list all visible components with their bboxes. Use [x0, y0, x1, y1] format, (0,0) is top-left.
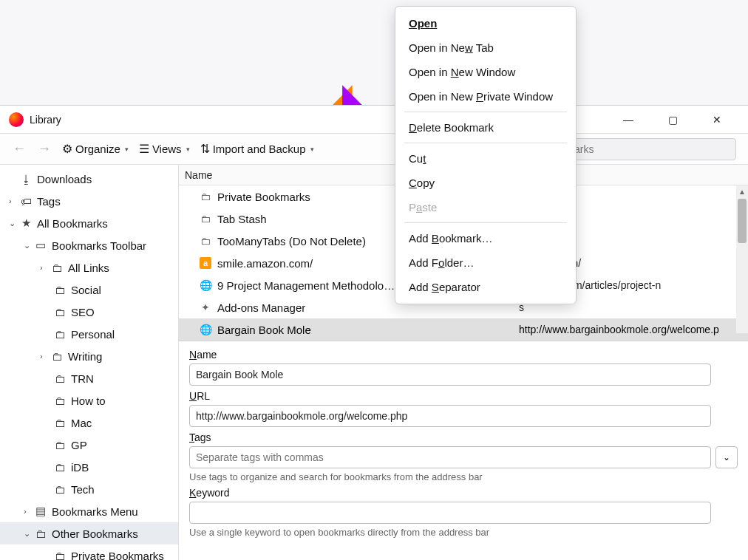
- sidebar-item-bookmarks-toolbar[interactable]: ⌄▭ Bookmarks Toolbar: [0, 234, 178, 256]
- cm-paste: Paste: [395, 195, 576, 219]
- maximize-button[interactable]: ▢: [658, 109, 687, 131]
- cm-open-private-window[interactable]: Open in New Private Window: [395, 84, 576, 109]
- sidebar-item-trn[interactable]: 🗀TRN: [0, 367, 178, 389]
- chevron-down-icon: ▾: [310, 146, 314, 153]
- sidebar-item-tech[interactable]: 🗀Tech: [0, 478, 178, 500]
- folder-icon: 🗀: [53, 372, 67, 385]
- sidebar-item-downloads[interactable]: ⭳ Downloads: [0, 168, 178, 190]
- main-area: ⭳ Downloads ›🏷 Tags ⌄★ All Bookmarks ⌄▭ …: [0, 165, 748, 560]
- window-controls: — ▢ ✕: [613, 109, 739, 131]
- sidebar-item-all-links[interactable]: ›🗀 All Links: [0, 256, 178, 279]
- folder-icon: 🗀: [53, 439, 67, 451]
- library-window: Library — ▢ ✕ ← → ⚙ Organize ▾ ☰ Views ▾…: [0, 105, 748, 560]
- separator: [404, 222, 567, 223]
- sidebar-item-howto[interactable]: 🗀How to: [0, 389, 178, 412]
- expander-icon[interactable]: ›: [40, 263, 50, 272]
- context-menu: Open Open in New Tab Open in New Window …: [395, 6, 577, 304]
- organize-menu[interactable]: ⚙ Organize ▾: [62, 142, 129, 156]
- folder-icon: 🗀: [53, 483, 67, 496]
- download-icon: ⭳: [19, 173, 33, 185]
- list-item-selected[interactable]: 🌐Bargain Book Mole http://www.bargainboo…: [179, 318, 748, 341]
- keyword-label: Keyword: [189, 487, 738, 499]
- toolbar-icon: ▭: [34, 239, 47, 252]
- chevron-down-icon: ⌄: [723, 452, 730, 462]
- views-menu[interactable]: ☰ Views ▾: [139, 142, 190, 156]
- sidebar-item-seo[interactable]: 🗀SEO: [0, 301, 178, 323]
- expander-icon[interactable]: ›: [24, 507, 34, 516]
- tags-label: Tags: [189, 431, 738, 443]
- toolbar: ← → ⚙ Organize ▾ ☰ Views ▾ ⇅ Import and …: [0, 134, 748, 165]
- expander-icon[interactable]: ›: [40, 352, 50, 361]
- folder-icon: 🗀: [53, 461, 67, 474]
- sidebar-item-all-bookmarks[interactable]: ⌄★ All Bookmarks: [0, 212, 178, 234]
- titlebar: Library — ▢ ✕: [0, 106, 748, 134]
- organize-label: Organize: [75, 143, 120, 155]
- folder-icon: 🗀: [50, 350, 64, 363]
- star-icon: ★: [19, 216, 33, 230]
- sidebar-item-private-bookmarks[interactable]: 🗀Private Bookmarks: [0, 544, 178, 560]
- sidebar-item-mac[interactable]: 🗀Mac: [0, 412, 178, 434]
- cm-open[interactable]: Open: [395, 11, 576, 35]
- minimize-button[interactable]: —: [613, 109, 643, 131]
- chevron-down-icon: ▾: [125, 146, 129, 153]
- keyword-field[interactable]: [189, 502, 711, 524]
- forward-button[interactable]: →: [37, 141, 52, 157]
- folder-icon: 🗀: [53, 306, 67, 318]
- expander-icon[interactable]: ⌄: [24, 529, 34, 539]
- url-label: URL: [189, 390, 738, 402]
- name-label: Name: [189, 349, 738, 361]
- gear-icon: ⚙: [62, 142, 72, 156]
- tag-icon: 🏷: [19, 195, 33, 208]
- cm-add-separator[interactable]: Add Separator: [395, 275, 576, 299]
- keyword-help: Use a single keyword to open bookmarks d…: [189, 527, 738, 538]
- folder-icon: 🗀: [200, 235, 211, 247]
- sidebar-item-other-bookmarks[interactable]: ⌄🗀 Other Bookmarks: [0, 522, 178, 544]
- url-field[interactable]: [189, 405, 711, 427]
- scrollbar-thumb[interactable]: [738, 199, 747, 243]
- sidebar-item-gp[interactable]: 🗀GP: [0, 434, 178, 456]
- tags-field[interactable]: [189, 446, 711, 468]
- expander-icon[interactable]: ⌄: [9, 219, 19, 228]
- sidebar-item-tags[interactable]: ›🏷 Tags: [0, 190, 178, 212]
- sidebar-item-social[interactable]: 🗀Social: [0, 279, 178, 301]
- cm-open-new-tab[interactable]: Open in New Tab: [395, 35, 576, 60]
- folder-icon: 🗀: [200, 213, 211, 225]
- tags-dropdown-button[interactable]: ⌄: [715, 446, 738, 468]
- globe-icon: 🌐: [200, 279, 211, 291]
- folder-icon: 🗀: [53, 417, 67, 429]
- separator: [404, 143, 567, 143]
- folder-icon: 🗀: [200, 191, 211, 202]
- scrollbar[interactable]: ▲: [736, 185, 748, 333]
- sidebar-item-writing[interactable]: ›🗀 Writing: [0, 345, 178, 367]
- amazon-icon: a: [200, 257, 211, 269]
- cm-add-bookmark[interactable]: Add Bookmark…: [395, 226, 576, 250]
- folder-icon: 🗀: [53, 550, 67, 561]
- close-button[interactable]: ✕: [702, 109, 732, 131]
- expander-icon[interactable]: ›: [9, 197, 19, 205]
- import-backup-menu[interactable]: ⇅ Import and Backup ▾: [200, 142, 314, 156]
- cm-open-new-window[interactable]: Open in New Window: [395, 60, 576, 84]
- puzzle-icon: ✦: [200, 301, 211, 313]
- views-label: Views: [152, 143, 182, 155]
- folder-icon: 🗀: [50, 262, 64, 274]
- name-field[interactable]: [189, 363, 711, 386]
- folder-icon: 🗀: [53, 395, 67, 407]
- import-icon: ⇅: [200, 142, 210, 156]
- globe-icon: 🌐: [200, 324, 211, 335]
- sidebar-item-personal[interactable]: 🗀Personal: [0, 323, 178, 345]
- search-visible-text: arks: [574, 143, 594, 155]
- cm-copy[interactable]: Copy: [395, 171, 576, 195]
- separator: [404, 112, 567, 112]
- search-input[interactable]: arks: [566, 138, 736, 160]
- cm-cut[interactable]: Cut: [395, 146, 576, 171]
- sidebar-item-idb[interactable]: 🗀iDB: [0, 456, 178, 478]
- details-panel: Name URL Tags ⌄ Use tags to organize and…: [179, 341, 748, 547]
- expander-icon[interactable]: ⌄: [24, 241, 34, 250]
- sidebar: ⭳ Downloads ›🏷 Tags ⌄★ All Bookmarks ⌄▭ …: [0, 165, 179, 560]
- back-button[interactable]: ←: [12, 141, 27, 157]
- menu-icon: ▤: [34, 505, 47, 518]
- folder-icon: 🗀: [53, 284, 67, 296]
- cm-add-folder[interactable]: Add Folder…: [395, 250, 576, 275]
- sidebar-item-bookmarks-menu[interactable]: ›▤ Bookmarks Menu: [0, 500, 178, 522]
- cm-delete-bookmark[interactable]: Delete Bookmark: [395, 115, 576, 140]
